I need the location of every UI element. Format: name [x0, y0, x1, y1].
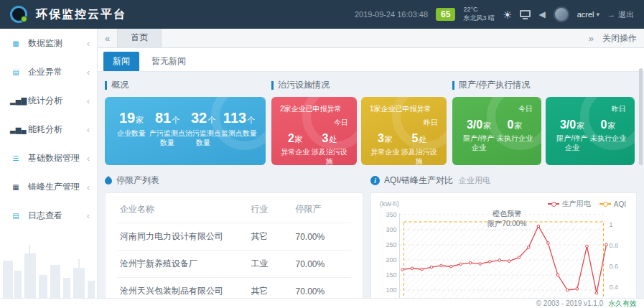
speaker-icon[interactable]: ◀ — [538, 9, 545, 19]
stop-list-table: 企业名称行业停限产 河南同力电力设计有限公司其它70.00%沧州宇新养殖设备厂工… — [117, 196, 351, 298]
sun-weather-icon: ☀ — [503, 9, 512, 20]
stop-list-section: 停限产列表 企业名称行业停限产 河南同力电力设计有限公司其它70.00%沧州宇新… — [105, 174, 363, 298]
title-bar-icon — [105, 81, 107, 90]
monitor-icon[interactable] — [520, 10, 531, 17]
stat-monitor-points: 113个 监测点数量 — [221, 110, 257, 147]
tab-home[interactable]: 首页 — [117, 29, 162, 47]
aqi-panel-title: i AQI/错峰生产对比 企业用电 — [370, 174, 637, 187]
logout-icon: → — [607, 10, 615, 19]
sidebar-item-energy-analysis[interactable]: ▃▆▄能耗分析‹ — [0, 115, 97, 144]
aqi-compare-section: i AQI/错峰生产对比 企业用电 (kW-h) 生产用电 AQI — [370, 174, 637, 298]
stop-list-title: 停限产列表 — [105, 174, 363, 187]
table-row[interactable]: 沧州宇新养殖设备厂工业70.00% — [117, 251, 351, 278]
sidebar-item-label: 统计分析 — [28, 95, 80, 107]
sidebar-item-label: 错峰生产管理 — [28, 181, 80, 193]
chevron-left-icon: ‹ — [87, 153, 90, 164]
wind-label: 东北风3 晴 — [463, 14, 495, 23]
y-axis-unit-label: (kW-h) — [380, 200, 399, 207]
document-alert-icon: ▤ — [10, 68, 22, 76]
overview-card: 19家 企业数量 81个 产污监测点数量 32个 治污监测点数量 113个 监测… — [105, 97, 266, 165]
user-menu[interactable]: acrel ▾ — [577, 10, 599, 19]
close-operations-button[interactable]: 关闭操作 — [602, 32, 637, 45]
company-name: 沧州宇新养殖设备厂 — [117, 251, 248, 278]
caret-down-icon: ▾ — [596, 11, 599, 18]
stat-involved-facilities: 5处 涉及治污设施 — [401, 131, 438, 165]
bar-chart-icon: ▂▅▇ — [10, 97, 22, 105]
overview-title: 概况 — [105, 79, 266, 91]
svg-text:1: 1 — [610, 221, 613, 228]
svg-text:0.8: 0.8 — [610, 242, 619, 249]
production-card-today: 今日 3/0家 限产/停产企业 0家 未执行企业 — [452, 97, 541, 165]
avatar[interactable] — [554, 6, 569, 22]
column-header: 企业名称 — [117, 196, 248, 223]
validity-label: 永久有效 — [608, 299, 637, 307]
limit-percentage: 70.00% — [292, 223, 351, 251]
chevron-left-icon: ‹ — [87, 124, 90, 135]
legend-aqi[interactable]: AQI — [599, 199, 626, 209]
log-document-icon: ▤ — [10, 212, 22, 220]
table-header-row: 企业名称行业停限产 — [117, 196, 351, 223]
sidebar-item-data-monitoring[interactable]: ▦数据监测‹ — [0, 29, 97, 57]
legend-production[interactable]: 生产用电 — [548, 199, 591, 209]
sidebar-item-label: 数据监测 — [28, 37, 80, 50]
industry: 其它 — [248, 278, 293, 299]
limit-percentage: 70.00% — [292, 278, 351, 299]
scroll-tabs-left-icon[interactable]: « — [105, 33, 110, 44]
table-row[interactable]: 沧州天兴包装制品有限公司其它70.00% — [117, 278, 351, 299]
sidebar-item-enterprise-abnormal[interactable]: ▤企业异常‹ — [0, 57, 97, 86]
column-header: 停限产 — [292, 196, 351, 223]
logout-button[interactable]: → 退出 — [607, 9, 634, 20]
facility-section: 治污设施情况 2家企业已申报异常 今日 2家 异常企业 3处 — [271, 79, 447, 165]
stat-abnormal-enterprises: 2家 异常企业 — [280, 131, 311, 165]
production-section: 限产/停产执行情况 今日 3/0家 限产/停产企业 0家 未执行企业 — [452, 79, 635, 165]
svg-text:100: 100 — [386, 286, 396, 294]
svg-text:0.6: 0.6 — [610, 263, 619, 270]
stat-panels-row: 概况 19家 企业数量 81个 产污监测点数量 32个 治污监测点数量 — [98, 72, 644, 165]
header-datetime: 2019-09-24 16:03:48 — [355, 10, 428, 19]
facility-title: 治污设施情况 — [271, 79, 447, 91]
stat-noncompliant-enterprises: 0家 未执行企业 — [590, 118, 626, 152]
period-label: 昨日 — [424, 118, 438, 128]
calendar-grid-icon: ▦ — [10, 39, 22, 47]
svg-text:200: 200 — [386, 256, 396, 263]
sidebar-item-log-view[interactable]: ▤日志查看‹ — [0, 201, 97, 230]
sidebar-item-basic-data-management[interactable]: ☰基础数据管理‹ — [0, 144, 97, 172]
scroll-tabs-right-icon[interactable]: » — [589, 33, 594, 44]
stat-limited-enterprises: 3/0家 限产/停产企业 — [461, 118, 497, 152]
sidebar: ▦数据监测‹▤企业异常‹▂▅▇统计分析‹▃▆▄能耗分析‹☰基础数据管理‹▦错峰生… — [0, 29, 98, 298]
news-tab-bar: 新闻 暂无新闻 — [98, 48, 644, 72]
tab-no-news[interactable]: 暂无新闻 — [142, 52, 195, 71]
period-label: 今日 — [334, 118, 348, 128]
tab-bar: « 首页 » 关闭操作 — [98, 29, 644, 48]
stat-enterprise-count: 19家 企业数量 — [113, 110, 149, 147]
app-logo-icon — [10, 6, 27, 23]
production-title: 限产/停产执行情况 — [452, 79, 635, 91]
stat-limited-enterprises: 3/0家 限产/停产企业 — [554, 118, 590, 152]
facility-card-header: 2家企业已申报异常 — [280, 104, 342, 114]
period-label: 昨日 — [612, 104, 626, 114]
sidebar-item-offpeak-production[interactable]: ▦错峰生产管理‹ — [0, 172, 97, 201]
info-icon: i — [370, 176, 380, 185]
aqi-chart-card: (kW-h) 生产用电 AQI 橙色预警 限产70.00% — [370, 192, 637, 298]
column-header: 行业 — [248, 196, 293, 223]
stat-abnormal-enterprises: 3家 异常企业 — [370, 131, 401, 165]
tab-news[interactable]: 新闻 — [103, 52, 139, 71]
stat-involved-facilities: 3处 涉及治污设施 — [311, 131, 348, 165]
svg-text:150: 150 — [386, 271, 396, 279]
sidebar-item-statistic-analysis[interactable]: ▂▅▇统计分析‹ — [0, 86, 97, 115]
vertical-scrollbar[interactable] — [639, 68, 643, 165]
chevron-left-icon: ‹ — [87, 38, 90, 49]
title-bar-icon — [452, 81, 454, 90]
limit-percentage: 70.00% — [292, 251, 351, 278]
city-skyline-watermark — [0, 238, 98, 298]
production-card-yesterday: 昨日 3/0家 限产/停产企业 0家 未执行企业 — [546, 97, 635, 165]
industry: 工业 — [248, 251, 293, 278]
database-icon: ☰ — [10, 154, 22, 162]
company-name: 沧州天兴包装制品有限公司 — [117, 278, 248, 299]
logout-label: 退出 — [618, 9, 634, 20]
overview-section: 概况 19家 企业数量 81个 产污监测点数量 32个 治污监测点数量 — [105, 79, 266, 165]
chevron-left-icon: ‹ — [87, 67, 90, 78]
svg-text:300: 300 — [386, 226, 396, 233]
sidebar-item-label: 企业异常 — [28, 66, 80, 78]
table-row[interactable]: 河南同力电力设计有限公司其它70.00% — [117, 223, 351, 251]
